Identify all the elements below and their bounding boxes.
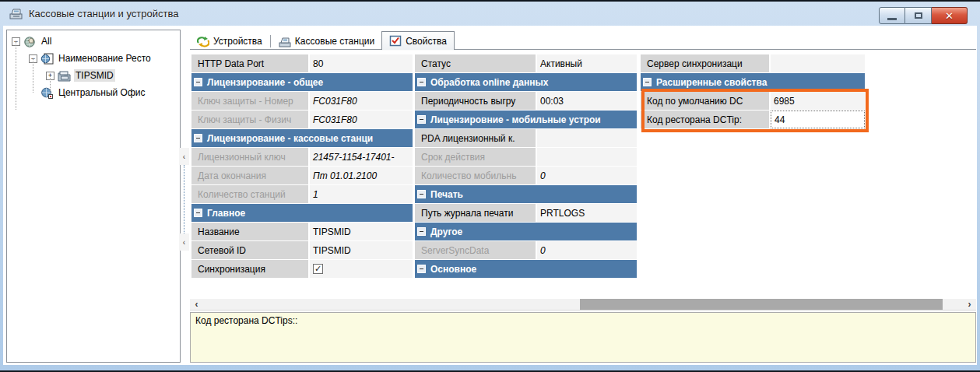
section-header[interactable]: Другое: [415, 223, 637, 240]
property-label[interactable]: Срок действия: [415, 148, 536, 166]
section-header[interactable]: Обработка online данных: [415, 73, 637, 91]
property-label[interactable]: PDA лицензионный к.: [415, 129, 536, 147]
property-row: ServerSyncData0: [415, 241, 637, 259]
property-row: Срок действия: [415, 148, 637, 166]
property-value[interactable]: FC031F80: [310, 92, 413, 110]
tab-2[interactable]: Кассовые станции: [272, 33, 381, 50]
property-row: Дата окончанияПт 01.01.2100: [191, 167, 413, 184]
maximize-button[interactable]: [905, 7, 932, 24]
property-value[interactable]: 80: [310, 54, 413, 72]
property-value[interactable]: FC031F80: [310, 111, 413, 128]
tree-item-label[interactable]: Центральный Офис: [57, 86, 146, 99]
tree-item-центральный-офис[interactable]: Центральный Офис: [29, 86, 146, 100]
tree-item-label[interactable]: TIPSMID: [74, 69, 115, 82]
section-collapse-icon[interactable]: [194, 134, 202, 142]
scroll-left-icon[interactable]: ‹: [190, 299, 203, 310]
property-value-editing[interactable]: 44: [771, 111, 865, 128]
tree-item-наименование-ресто[interactable]: −Наименование Ресто: [29, 51, 153, 65]
caption-buttons: ✕: [879, 7, 968, 24]
property-row: НазваниеTIPSMID: [191, 223, 413, 240]
property-row: СтатусАктивный: [415, 54, 637, 72]
property-label[interactable]: Код по умолчанию DC: [641, 92, 769, 110]
section-collapse-icon[interactable]: [417, 78, 426, 86]
property-value[interactable]: 00:03: [537, 92, 637, 110]
property-value-text: Активный: [540, 58, 582, 69]
scroll-right-icon[interactable]: ›: [963, 299, 976, 310]
section-collapse-icon[interactable]: [194, 78, 202, 86]
checkbox-checked-icon[interactable]: ✓: [313, 264, 323, 274]
section-collapse-icon[interactable]: [194, 209, 202, 217]
splitter-collapse-top-button[interactable]: ‹: [179, 148, 189, 165]
property-value-text: 21457-1154-17401-: [313, 152, 395, 163]
property-description-text: Код ресторана DCTips::: [195, 315, 297, 326]
grid-horizontal-scrollbar[interactable]: ‹ ›: [190, 299, 976, 311]
section-title: Другое: [430, 226, 462, 237]
property-value-text: 00:03: [540, 96, 564, 107]
property-label[interactable]: Сетевой ID: [191, 241, 308, 259]
section-header[interactable]: Лицензирование - кассовые станци: [191, 129, 413, 147]
property-value[interactable]: 0: [537, 241, 637, 259]
section-collapse-icon[interactable]: [417, 265, 426, 273]
property-column-1: HTTP Data Port80Лицензирование - общееКл…: [191, 50, 413, 279]
property-value[interactable]: 0: [537, 167, 637, 184]
section-collapse-icon[interactable]: [643, 78, 652, 86]
section-header[interactable]: Лицензировние - мобильные устрои: [415, 111, 637, 128]
tab-3[interactable]: Свойства: [381, 31, 455, 50]
properties-icon: [389, 35, 402, 47]
property-value[interactable]: TIPSMID: [310, 241, 413, 259]
property-label[interactable]: HTTP Data Port: [191, 54, 308, 72]
property-value[interactable]: [537, 148, 637, 166]
property-value-text: 1: [313, 189, 318, 200]
property-value[interactable]: TIPSMID: [310, 223, 413, 240]
tree-item-label[interactable]: Наименование Ресто: [57, 52, 153, 65]
section-title: Основное: [430, 264, 476, 275]
property-label[interactable]: Название: [191, 223, 308, 240]
property-label[interactable]: Сервер синхронизаци: [641, 54, 769, 72]
property-label[interactable]: Путь журнала печати: [415, 204, 536, 222]
property-value[interactable]: 1: [310, 185, 413, 203]
grid-scroll-thumb[interactable]: [580, 299, 943, 310]
tree-item-tipsmid[interactable]: +TIPSMID: [46, 68, 115, 82]
property-value-text: 0: [540, 245, 546, 256]
property-label[interactable]: Код ресторана DCTip:: [641, 111, 769, 128]
section-header[interactable]: Расширенные свойства: [641, 73, 865, 91]
section-header[interactable]: Основное: [415, 260, 637, 278]
property-label[interactable]: Лицензионный ключ: [191, 148, 308, 166]
tree-item-all[interactable]: −All: [12, 34, 53, 48]
property-value[interactable]: ✓: [310, 260, 413, 278]
property-label[interactable]: Дата окончания: [191, 167, 308, 184]
property-row: Сервер синхронизаци: [641, 54, 865, 72]
section-collapse-icon[interactable]: [417, 190, 426, 198]
property-label[interactable]: Периодичность выгру: [415, 92, 536, 110]
close-icon: ✕: [945, 10, 954, 22]
minimize-button[interactable]: [879, 7, 905, 24]
property-label[interactable]: Ключ защиты - Физич: [191, 111, 308, 128]
property-label[interactable]: Количество станций: [191, 185, 308, 203]
devices-icon: [197, 36, 209, 47]
property-value[interactable]: 6985: [771, 92, 865, 110]
tab-1[interactable]: Устройства: [190, 33, 269, 50]
property-label[interactable]: Ключ защиты - Номер: [191, 92, 308, 110]
property-row: Лицензионный ключ21457-1154-17401-: [191, 148, 413, 166]
property-value[interactable]: Пт 01.01.2100: [310, 167, 413, 184]
tree-item-label[interactable]: All: [40, 35, 53, 47]
property-label[interactable]: Статус: [415, 54, 536, 72]
property-value[interactable]: [771, 54, 865, 72]
property-label[interactable]: ServerSyncData: [415, 241, 536, 259]
section-collapse-icon[interactable]: [417, 115, 426, 124]
property-value[interactable]: [537, 129, 637, 147]
grid-scroll-track[interactable]: [203, 299, 963, 310]
property-value[interactable]: Активный: [537, 54, 637, 72]
section-collapse-icon[interactable]: [417, 227, 426, 236]
property-value-text: FC031F80: [313, 114, 357, 125]
splitter-divider[interactable]: [184, 165, 184, 233]
close-button[interactable]: ✕: [932, 7, 968, 24]
property-value[interactable]: 21457-1154-17401-: [310, 148, 413, 166]
section-header[interactable]: Лицензирование - общее: [191, 73, 413, 91]
section-header[interactable]: Главное: [191, 204, 413, 222]
splitter-collapse-bottom-button[interactable]: ‹: [179, 233, 189, 251]
property-label[interactable]: Синхронизация: [191, 260, 308, 278]
property-value[interactable]: PRTLOGS: [537, 204, 637, 222]
section-header[interactable]: Печать: [415, 185, 637, 203]
property-label[interactable]: Количество мобильнь: [415, 167, 536, 184]
